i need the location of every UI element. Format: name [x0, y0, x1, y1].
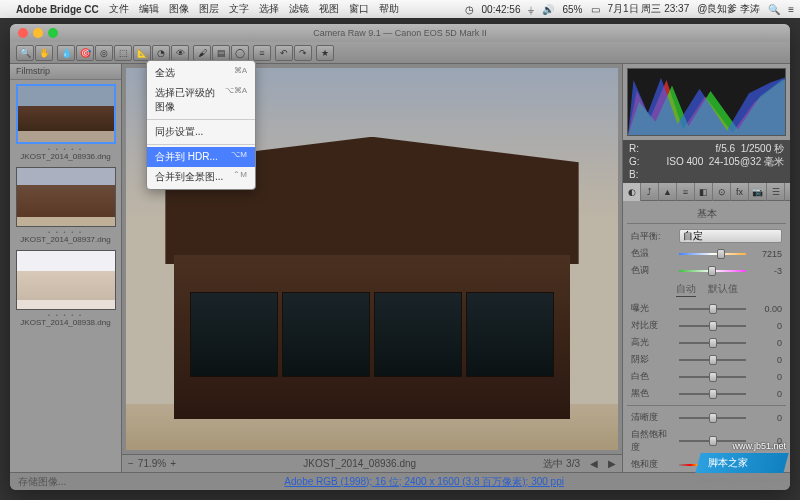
adjustments-panel: R: G: B: f/5.6 1/2500 秒 ISO 400 24-105@3… [622, 64, 790, 472]
contrast-value[interactable]: 0 [750, 321, 782, 331]
shadows-slider[interactable] [679, 354, 746, 366]
shutter-value: 1/2500 秒 [741, 143, 784, 154]
blacks-slider[interactable] [679, 388, 746, 400]
search-icon[interactable]: 🔍 [768, 4, 780, 15]
tab-hsl-icon[interactable]: ≡ [677, 183, 695, 201]
vibrance-slider[interactable] [679, 435, 746, 447]
vibrance-value[interactable]: 0 [750, 436, 782, 446]
thumb-image [16, 167, 116, 227]
auto-button[interactable]: 自动 [676, 282, 696, 297]
whites-value[interactable]: 0 [750, 372, 782, 382]
whites-slider[interactable] [679, 371, 746, 383]
zoom-in-button[interactable]: + [170, 458, 176, 469]
straighten-tool-icon[interactable]: 📐 [133, 45, 151, 61]
highlights-value[interactable]: 0 [750, 338, 782, 348]
crop-tool-icon[interactable]: ⬚ [114, 45, 132, 61]
menu-merge-hdr[interactable]: 合并到 HDR...⌥M [147, 147, 255, 167]
shadows-value[interactable]: 0 [750, 355, 782, 365]
camera-raw-window: Camera Raw 9.1 — Canon EOS 5D Mark II 🔍 … [10, 24, 790, 490]
menu-help[interactable]: 帮助 [379, 2, 399, 16]
histogram[interactable] [627, 68, 786, 136]
tab-lens-icon[interactable]: ⊙ [713, 183, 731, 201]
preview-filename: JKOST_2014_08936.dng [186, 458, 533, 469]
thumb-image [16, 250, 116, 310]
filmstrip-body[interactable]: • • • • • JKOST_2014_08936.dng • • • • •… [10, 80, 121, 472]
star-icon[interactable]: ★ [316, 45, 334, 61]
filmstrip-dropdown-menu: 全选⌘A 选择已评级的图像⌥⌘A 同步设置... 合并到 HDR...⌥M 合并… [146, 60, 256, 190]
menu-select-all[interactable]: 全选⌘A [147, 63, 255, 83]
blacks-value[interactable]: 0 [750, 389, 782, 399]
rotate-ccw-icon[interactable]: ↶ [275, 45, 293, 61]
menu-icon[interactable]: ≡ [788, 4, 794, 15]
clarity-label: 清晰度 [631, 411, 675, 424]
wb-tool-icon[interactable]: 💧 [57, 45, 75, 61]
info-readout: R: G: B: f/5.6 1/2500 秒 ISO 400 24-105@3… [623, 140, 790, 183]
menu-select[interactable]: 选择 [259, 2, 279, 16]
menu-separator [147, 119, 255, 120]
grad-filter-icon[interactable]: ▤ [212, 45, 230, 61]
clarity-value[interactable]: 0 [750, 413, 782, 423]
saturation-slider[interactable] [679, 459, 746, 471]
sampler-tool-icon[interactable]: 🎯 [76, 45, 94, 61]
menu-file[interactable]: 文件 [109, 2, 129, 16]
save-image-button[interactable]: 存储图像... [18, 475, 66, 489]
rotate-cw-icon[interactable]: ↷ [294, 45, 312, 61]
menubar-right: ◷ 00:42:56 ⏚ 🔊 65% ▭ 7月1日 周三 23:37 @良知爹 … [465, 2, 794, 16]
user-name[interactable]: @良知爹 李涛 [697, 2, 760, 16]
contrast-slider[interactable] [679, 320, 746, 332]
menu-view[interactable]: 视图 [319, 2, 339, 16]
prev-image-button[interactable]: ◀ [590, 458, 598, 469]
prefs-icon[interactable]: ≡ [253, 45, 271, 61]
saturation-value[interactable]: 0 [750, 460, 782, 470]
workflow-options-link[interactable]: Adobe RGB (1998); 16 位; 2400 x 1600 (3.8… [66, 475, 782, 489]
menu-type[interactable]: 文字 [229, 2, 249, 16]
menu-edit[interactable]: 编辑 [139, 2, 159, 16]
menu-window[interactable]: 窗口 [349, 2, 369, 16]
menu-sync-settings[interactable]: 同步设置... [147, 122, 255, 142]
zoom-value[interactable]: 71.9% [138, 458, 166, 469]
tab-presets-icon[interactable]: ☰ [767, 183, 785, 201]
wb-select[interactable]: 自定 [679, 229, 782, 243]
menu-select-rated[interactable]: 选择已评级的图像⌥⌘A [147, 83, 255, 117]
menu-layer[interactable]: 图层 [199, 2, 219, 16]
temp-slider[interactable] [679, 248, 746, 260]
tint-value[interactable]: -3 [750, 266, 782, 276]
temp-value[interactable]: 7215 [750, 249, 782, 259]
hand-tool-icon[interactable]: ✋ [35, 45, 53, 61]
exposure-value[interactable]: 0.00 [750, 304, 782, 314]
menu-filter[interactable]: 滤镜 [289, 2, 309, 16]
spot-removal-icon[interactable]: ◔ [152, 45, 170, 61]
highlights-slider[interactable] [679, 337, 746, 349]
tab-camera-icon[interactable]: 📷 [749, 183, 767, 201]
filmstrip-panel: Filmstrip • • • • • JKOST_2014_08936.dng… [10, 64, 122, 472]
zoom-tool-icon[interactable]: 🔍 [16, 45, 34, 61]
preview-footer: − 71.9% + JKOST_2014_08936.dng 选中 3/3 ◀ … [122, 454, 622, 472]
exposure-slider[interactable] [679, 303, 746, 315]
tab-split-icon[interactable]: ◧ [695, 183, 713, 201]
target-adjust-icon[interactable]: ◎ [95, 45, 113, 61]
next-image-button[interactable]: ▶ [608, 458, 616, 469]
radial-filter-icon[interactable]: ◯ [231, 45, 249, 61]
content-area: Filmstrip • • • • • JKOST_2014_08936.dng… [10, 64, 790, 472]
highlights-label: 高光 [631, 336, 675, 349]
thumb-item[interactable]: • • • • • JKOST_2014_08937.dng [14, 167, 117, 244]
tab-curve-icon[interactable]: ⤴ [641, 183, 659, 201]
menu-image[interactable]: 图像 [169, 2, 189, 16]
adjust-brush-icon[interactable]: 🖌 [193, 45, 211, 61]
tab-basic-icon[interactable]: ◐ [623, 183, 641, 201]
redeye-tool-icon[interactable]: 👁 [171, 45, 189, 61]
tab-detail-icon[interactable]: ▲ [659, 183, 677, 201]
app-name[interactable]: Adobe Bridge CC [16, 4, 99, 15]
volume-icon[interactable]: 🔊 [542, 4, 554, 15]
thumb-item[interactable]: • • • • • JKOST_2014_08938.dng [14, 250, 117, 327]
tint-slider[interactable] [679, 265, 746, 277]
default-button[interactable]: 默认值 [708, 282, 738, 297]
zoom-out-button[interactable]: − [128, 458, 134, 469]
menu-merge-pano[interactable]: 合并到全景图...⌃M [147, 167, 255, 187]
clarity-slider[interactable] [679, 412, 746, 424]
shadows-label: 阴影 [631, 353, 675, 366]
thumb-item[interactable]: • • • • • JKOST_2014_08936.dng [14, 84, 117, 161]
tab-fx-icon[interactable]: fx [731, 183, 749, 201]
wifi-icon[interactable]: ⏚ [528, 4, 534, 15]
date-time[interactable]: 7月1日 周三 23:37 [608, 2, 690, 16]
